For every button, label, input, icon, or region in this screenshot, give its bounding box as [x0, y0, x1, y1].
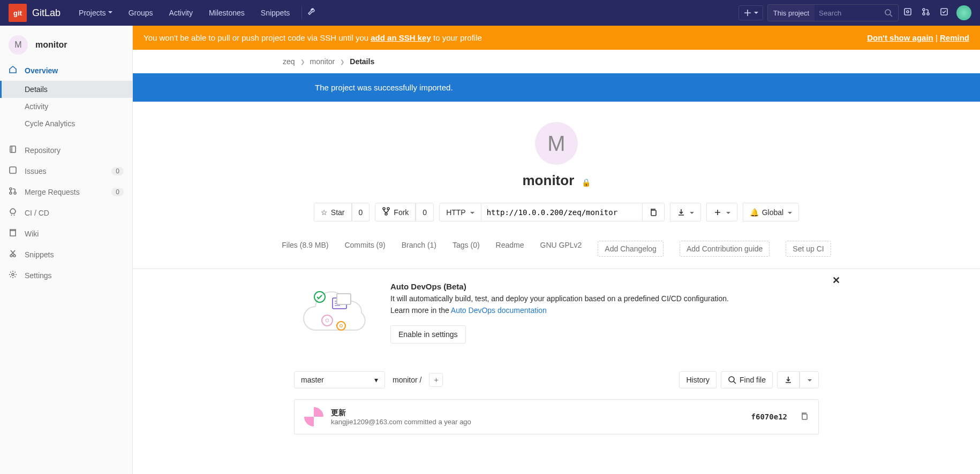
svg-point-13: [13, 255, 16, 257]
project-actions-row: ☆ Star 0 Fork 0 HTTP: [133, 203, 980, 232]
search-group: This project: [767, 4, 899, 21]
last-commit: 更新 kangjie1209@163.com committed a year …: [294, 399, 819, 434]
project-avatar: M: [9, 35, 28, 55]
copy-sha-icon[interactable]: [800, 412, 809, 422]
breadcrumb-project[interactable]: monitor: [310, 57, 335, 66]
stat-license[interactable]: GNU GPLv2: [540, 241, 582, 257]
add-contribution-button[interactable]: Add Contribution guide: [680, 241, 770, 257]
gitlab-logo[interactable]: git: [9, 4, 27, 22]
svg-point-11: [14, 192, 16, 194]
nav-snippets[interactable]: Snippets: [254, 5, 296, 20]
commit-author[interactable]: kangjie1209@163.com: [331, 418, 402, 426]
stat-commits[interactable]: Commits (9): [344, 241, 385, 257]
project-stats-row: Files (8.9 MB) Commits (9) Branch (1) Ta…: [133, 232, 980, 269]
sidebar-label: Overview: [25, 66, 124, 75]
svg-point-9: [10, 188, 12, 190]
sidebar-project-header[interactable]: M monitor: [0, 30, 132, 60]
tree-path[interactable]: monitor /: [393, 376, 421, 384]
svg-point-12: [10, 255, 12, 257]
svg-rect-7: [10, 146, 16, 152]
sidebar-item-repository[interactable]: Repository: [0, 140, 132, 160]
sidebar-label: Issues: [25, 167, 104, 175]
new-menu-button[interactable]: [738, 5, 763, 20]
nav-groups[interactable]: Groups: [122, 5, 160, 20]
add-file-button[interactable]: +: [429, 373, 443, 387]
sidebar-item-overview[interactable]: Overview: [0, 60, 132, 81]
nav-milestones[interactable]: Milestones: [202, 5, 251, 20]
banner-remind-link[interactable]: Remind: [940, 33, 969, 42]
commit-author-avatar: [304, 407, 323, 426]
svg-point-10: [10, 192, 12, 194]
brand-text[interactable]: GitLab: [32, 7, 61, 19]
sidebar-label: Merge Requests: [25, 188, 104, 196]
notification-dropdown[interactable]: 🔔 Global: [743, 203, 799, 221]
sidebar-label: CI / CD: [25, 209, 124, 217]
search-icon[interactable]: [879, 5, 898, 21]
sidebar-sub-details[interactable]: Details: [0, 81, 132, 98]
devops-docs-link[interactable]: Auto DevOps documentation: [451, 306, 547, 315]
sidebar-sub-cycle[interactable]: Cycle Analytics: [0, 115, 132, 132]
download-source-button[interactable]: [777, 371, 800, 388]
svg-point-5: [927, 13, 929, 15]
merge-requests-shortcut-icon[interactable]: [917, 7, 935, 18]
find-file-button[interactable]: Find file: [721, 371, 773, 388]
star-button[interactable]: ☆ Star: [314, 203, 352, 221]
home-icon: [9, 65, 17, 75]
clone-url-input[interactable]: [481, 203, 642, 221]
sidebar-item-settings[interactable]: Settings: [0, 265, 132, 286]
sidebar-item-snippets[interactable]: Snippets: [0, 244, 132, 265]
issues-shortcut-icon[interactable]: [899, 7, 917, 18]
fork-icon: [382, 207, 390, 217]
search-input[interactable]: [815, 5, 879, 21]
flash-notice: The project was successfully imported.: [133, 73, 980, 102]
svg-point-14: [12, 273, 14, 276]
merge-icon: [9, 187, 17, 197]
svg-point-24: [337, 322, 345, 330]
fork-button[interactable]: Fork: [375, 203, 416, 221]
breadcrumb-group[interactable]: zeq: [283, 57, 295, 66]
devops-illustration: [294, 282, 374, 341]
svg-point-3: [923, 9, 925, 11]
nav-projects[interactable]: Projects: [72, 5, 119, 20]
plus-dropdown[interactable]: [706, 203, 737, 221]
history-button[interactable]: History: [679, 371, 717, 388]
banner-text: You won't be able to pull or push projec…: [144, 33, 371, 42]
sidebar-item-merge-requests[interactable]: Merge Requests 0: [0, 181, 132, 202]
nav-activity[interactable]: Activity: [163, 5, 199, 20]
commit-sha[interactable]: f6070e12: [751, 412, 787, 421]
banner-dismiss-link[interactable]: Don't show again: [867, 33, 933, 42]
sidebar-item-wiki[interactable]: Wiki: [0, 223, 132, 244]
chevron-right-icon: ❯: [340, 59, 344, 65]
stat-branch[interactable]: Branch (1): [402, 241, 436, 257]
setup-ci-button[interactable]: Set up CI: [786, 241, 831, 257]
svg-rect-1: [904, 9, 911, 15]
add-ssh-key-link[interactable]: add an SSH key: [371, 33, 431, 42]
fork-count: 0: [416, 203, 434, 221]
commit-message[interactable]: 更新: [331, 408, 471, 418]
sidebar-item-cicd[interactable]: CI / CD: [0, 202, 132, 223]
branch-select[interactable]: master ▾: [294, 371, 385, 388]
user-avatar[interactable]: [956, 5, 971, 20]
stat-files[interactable]: Files (8.9 MB): [282, 241, 328, 257]
download-source-dropdown[interactable]: [800, 371, 819, 388]
close-icon[interactable]: ✕: [832, 274, 840, 286]
sidebar-item-issues[interactable]: Issues 0: [0, 160, 132, 181]
svg-point-2: [907, 11, 909, 13]
sidebar-sub-activity[interactable]: Activity: [0, 98, 132, 115]
add-changelog-button[interactable]: Add Changelog: [598, 241, 664, 257]
stat-tags[interactable]: Tags (0): [453, 241, 480, 257]
enable-devops-button[interactable]: Enable in settings: [390, 325, 466, 343]
main-content: You won't be able to pull or push projec…: [133, 26, 980, 434]
breadcrumb: zeq ❯ monitor ❯ Details: [133, 50, 980, 73]
sidebar-label: Snippets: [25, 250, 124, 259]
todos-icon[interactable]: [935, 7, 953, 18]
stat-readme[interactable]: Readme: [496, 241, 524, 257]
copy-url-button[interactable]: [642, 203, 665, 221]
svg-point-4: [923, 13, 925, 15]
clone-protocol-dropdown[interactable]: HTTP: [439, 203, 481, 221]
search-scope[interactable]: This project: [768, 5, 815, 21]
admin-wrench-icon[interactable]: [307, 8, 316, 18]
devops-desc: It will automatically build, test, and d…: [390, 294, 819, 303]
download-dropdown[interactable]: [670, 203, 701, 221]
lock-icon: 🔒: [582, 178, 591, 187]
